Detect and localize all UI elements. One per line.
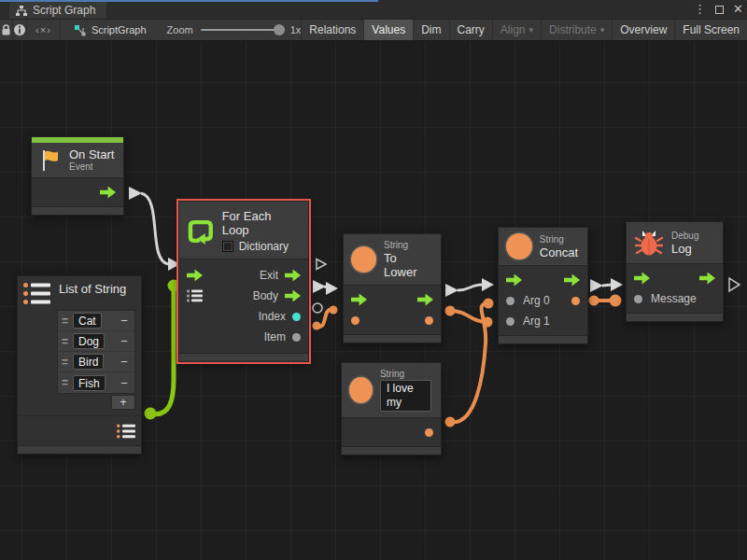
- node-footer: [342, 446, 441, 455]
- loop-icon: [187, 217, 215, 245]
- index-output-port[interactable]: [292, 313, 301, 321]
- list-output-port[interactable]: [117, 424, 135, 439]
- port-label-arg0: Arg 0: [523, 294, 550, 307]
- distribute-dropdown[interactable]: Distribute ▾: [541, 20, 612, 40]
- remove-item-button[interactable]: −: [118, 376, 131, 390]
- window-controls: ⋮ ✕: [694, 2, 743, 17]
- arg0-input-port[interactable]: [506, 297, 514, 305]
- string-value-field[interactable]: I love my: [380, 380, 431, 412]
- flag-icon: [37, 148, 62, 173]
- string-input-port[interactable]: [351, 316, 359, 325]
- node-on-start[interactable]: On Start Event: [31, 136, 124, 216]
- zoom-value: 1x: [290, 24, 302, 35]
- relations-button[interactable]: Relations: [301, 20, 363, 40]
- inspect-button[interactable]: [13, 20, 27, 40]
- node-title: Concat: [540, 245, 578, 259]
- port-label-item: Item: [264, 330, 286, 343]
- port-label-exit: Exit: [260, 269, 278, 282]
- control-output-port[interactable]: [564, 274, 580, 287]
- list-item-field[interactable]: Cat: [73, 313, 102, 329]
- list-item-field[interactable]: Fish: [73, 375, 106, 391]
- node-title: On Start: [69, 147, 114, 161]
- drag-handle-icon[interactable]: =: [62, 356, 73, 369]
- string-unit-icon: [351, 246, 376, 273]
- align-dropdown[interactable]: Align ▾: [492, 20, 541, 40]
- control-output-port[interactable]: [417, 294, 433, 306]
- remove-item-button[interactable]: −: [118, 355, 131, 369]
- message-input-port[interactable]: [634, 295, 642, 303]
- dictionary-label: Dictionary: [239, 240, 289, 253]
- node-for-each-loop[interactable]: For Each Loop Dictionary Exit: [178, 201, 309, 362]
- node-category: String: [384, 240, 431, 251]
- hierarchy-icon: [15, 5, 28, 17]
- values-button[interactable]: Values: [363, 20, 413, 40]
- node-debug-log[interactable]: Debug Log Message: [626, 221, 724, 322]
- zoom-slider-knob[interactable]: [274, 24, 285, 35]
- add-item-button[interactable]: +: [111, 395, 135, 410]
- tab-script-graph[interactable]: Script Graph: [9, 2, 106, 19]
- list-item-row: = Fish −: [58, 372, 134, 393]
- node-category: String: [380, 369, 431, 380]
- dictionary-checkbox[interactable]: [222, 241, 233, 252]
- zoom-slider[interactable]: [201, 29, 283, 31]
- node-footer: [32, 206, 123, 215]
- drag-handle-icon[interactable]: =: [62, 335, 73, 348]
- node-string-literal[interactable]: String I love my: [341, 362, 442, 455]
- node-concat[interactable]: String Concat Arg 0 Arg 1: [498, 227, 588, 344]
- node-to-lower[interactable]: String To Lower: [343, 233, 442, 343]
- port-label-index: Index: [259, 310, 286, 323]
- node-footer: [179, 353, 308, 361]
- control-input-port[interactable]: [351, 294, 367, 306]
- node-category: Debug: [671, 231, 698, 242]
- chevron-down-icon: ▾: [600, 25, 605, 35]
- node-footer: [18, 445, 141, 454]
- lock-icon: [0, 23, 12, 36]
- graph-name[interactable]: ScriptGraph: [74, 24, 147, 36]
- string-output-port[interactable]: [425, 316, 433, 325]
- node-title: List of String: [59, 282, 126, 296]
- port-label-message: Message: [651, 292, 697, 305]
- control-output-port[interactable]: [100, 187, 116, 199]
- drag-handle-icon[interactable]: =: [62, 376, 73, 389]
- string-output-port[interactable]: [425, 428, 433, 437]
- tab-label: Script Graph: [33, 4, 95, 17]
- remove-item-button[interactable]: −: [118, 314, 131, 328]
- exit-output-port[interactable]: [285, 270, 301, 282]
- list-editor: = Cat − = Dog − = Bird − = Fish −: [57, 310, 135, 394]
- zoom-control: Zoom 1x: [167, 24, 302, 35]
- result-output-port[interactable]: [571, 297, 580, 305]
- fullscreen-button[interactable]: Full Screen: [674, 20, 747, 40]
- control-input-port[interactable]: [506, 274, 522, 287]
- string-unit-icon: [506, 233, 532, 259]
- node-category: String: [540, 234, 578, 245]
- carry-button[interactable]: Carry: [449, 20, 492, 40]
- port-label-body: Body: [253, 289, 278, 302]
- overview-button[interactable]: Overview: [612, 20, 674, 40]
- collection-input-port[interactable]: [187, 289, 203, 302]
- graph-asset-icon: [74, 24, 87, 36]
- arg1-input-port[interactable]: [506, 317, 514, 326]
- control-input-port[interactable]: [634, 273, 650, 285]
- preview-code-button[interactable]: ‹×›: [27, 20, 61, 40]
- drag-handle-icon[interactable]: =: [62, 315, 73, 328]
- control-input-port[interactable]: [187, 270, 203, 282]
- dim-button[interactable]: Dim: [413, 20, 448, 40]
- more-icon[interactable]: ⋮: [694, 2, 706, 17]
- body-output-port[interactable]: [285, 290, 301, 302]
- node-list-of-string[interactable]: List of String = Cat − = Dog − = Bird − …: [17, 275, 142, 455]
- graph-name-label: ScriptGraph: [92, 24, 147, 35]
- control-output-port[interactable]: [699, 273, 715, 285]
- list-item-field[interactable]: Bird: [73, 354, 104, 370]
- list-item-field[interactable]: Dog: [73, 333, 105, 349]
- remove-item-button[interactable]: −: [118, 334, 131, 348]
- item-output-port[interactable]: [292, 333, 301, 342]
- list-item-row: = Dog −: [58, 331, 134, 352]
- node-footer: [627, 313, 723, 321]
- close-icon[interactable]: ✕: [733, 2, 743, 17]
- node-footer: [344, 334, 441, 343]
- maximize-icon[interactable]: [715, 6, 724, 14]
- lock-button[interactable]: [0, 20, 13, 40]
- node-subtitle: Event: [69, 161, 114, 173]
- zoom-label: Zoom: [167, 24, 193, 35]
- code-icon: ‹×›: [35, 24, 51, 35]
